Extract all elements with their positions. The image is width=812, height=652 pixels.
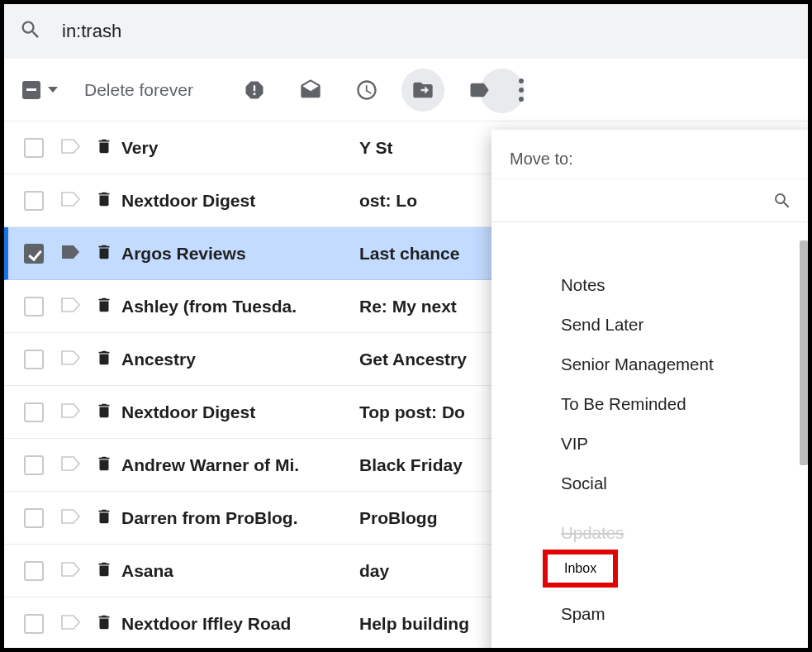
sender-name: Nextdoor Iffley Road <box>121 614 359 634</box>
sender-name: Asana <box>121 561 359 581</box>
trash-icon <box>95 242 113 265</box>
sender-name: Andrew Warner of Mi. <box>121 455 359 475</box>
move-item-spam[interactable]: Spam <box>491 594 812 634</box>
subject-text: Black Friday <box>359 455 463 475</box>
search-input[interactable] <box>62 21 793 42</box>
labels-icon[interactable] <box>458 69 501 112</box>
sender-name: Ashley (from Tuesda. <box>121 297 359 316</box>
move-to-popup: Move to: Notes Send Later Senior Managem… <box>491 130 812 652</box>
move-item-vip[interactable]: VIP <box>491 424 812 464</box>
subject-text: ost: Lo <box>359 191 417 211</box>
row-checkbox[interactable] <box>24 191 44 211</box>
move-to-title: Move to: <box>491 130 812 179</box>
subject-text: Help building <box>359 614 469 634</box>
row-checkbox[interactable] <box>24 138 44 158</box>
row-checkbox[interactable] <box>24 350 44 369</box>
trash-icon <box>95 454 113 477</box>
mark-read-icon[interactable] <box>289 69 332 112</box>
trash-icon <box>95 507 113 530</box>
importance-icon[interactable] <box>60 137 82 159</box>
row-checkbox[interactable] <box>24 402 44 422</box>
sender-name: Very <box>121 138 359 158</box>
importance-icon[interactable] <box>60 190 82 212</box>
importance-icon[interactable] <box>60 560 82 582</box>
row-checkbox[interactable] <box>24 244 44 264</box>
subject-text: Re: My next <box>359 297 457 316</box>
trash-icon <box>95 136 113 159</box>
move-item-notes[interactable]: Notes <box>491 265 812 305</box>
subject-text: Last chance <box>359 244 459 264</box>
move-item-send-later[interactable]: Send Later <box>491 305 812 345</box>
row-checkbox[interactable] <box>24 455 44 475</box>
row-checkbox[interactable] <box>24 297 44 316</box>
move-item-updates[interactable]: Updates <box>491 503 812 543</box>
move-item-social[interactable]: Social <box>491 464 812 503</box>
more-icon[interactable] <box>519 79 524 102</box>
sender-name: Ancestry <box>121 350 359 369</box>
importance-icon[interactable] <box>60 349 82 370</box>
move-to-search[interactable] <box>491 179 812 222</box>
scrollbar[interactable] <box>800 240 808 465</box>
subject-text: ProBlogg <box>359 508 438 528</box>
sender-name: Nextdoor Digest <box>121 191 359 211</box>
search-icon <box>19 18 62 45</box>
trash-icon <box>95 348 113 371</box>
importance-icon[interactable] <box>60 296 82 317</box>
subject-text: Get Ancestry <box>359 350 467 369</box>
snooze-icon[interactable] <box>345 69 388 112</box>
search-bar <box>4 4 808 59</box>
sender-name: Nextdoor Digest <box>121 402 359 422</box>
move-item-inbox[interactable]: Inbox <box>543 550 618 588</box>
importance-icon[interactable] <box>60 613 82 635</box>
trash-icon <box>95 189 113 212</box>
toolbar: Delete forever <box>4 59 808 121</box>
move-item-senior-management[interactable]: Senior Management <box>491 345 812 384</box>
importance-icon[interactable] <box>60 454 82 476</box>
subject-text: day <box>359 561 389 581</box>
subject-text: Top post: Do <box>359 402 465 422</box>
delete-forever-button[interactable]: Delete forever <box>84 80 193 100</box>
trash-icon <box>95 295 113 318</box>
row-checkbox[interactable] <box>24 614 44 634</box>
importance-icon[interactable] <box>60 507 82 529</box>
chevron-down-icon[interactable] <box>48 87 58 93</box>
trash-icon <box>95 559 113 583</box>
importance-icon[interactable] <box>60 243 82 264</box>
subject-text: Y St <box>359 138 392 158</box>
row-checkbox[interactable] <box>24 561 44 581</box>
report-spam-icon[interactable] <box>233 69 276 112</box>
trash-icon <box>95 612 113 635</box>
select-checkbox[interactable] <box>22 81 58 99</box>
row-checkbox[interactable] <box>24 508 44 528</box>
move-to-icon[interactable] <box>401 69 444 112</box>
importance-icon[interactable] <box>60 402 82 423</box>
sender-name: Argos Reviews <box>121 244 359 264</box>
trash-icon <box>95 401 113 424</box>
sender-name: Darren from ProBlog. <box>121 508 359 528</box>
move-item-to-be-reminded[interactable]: To Be Reminded <box>491 384 812 424</box>
